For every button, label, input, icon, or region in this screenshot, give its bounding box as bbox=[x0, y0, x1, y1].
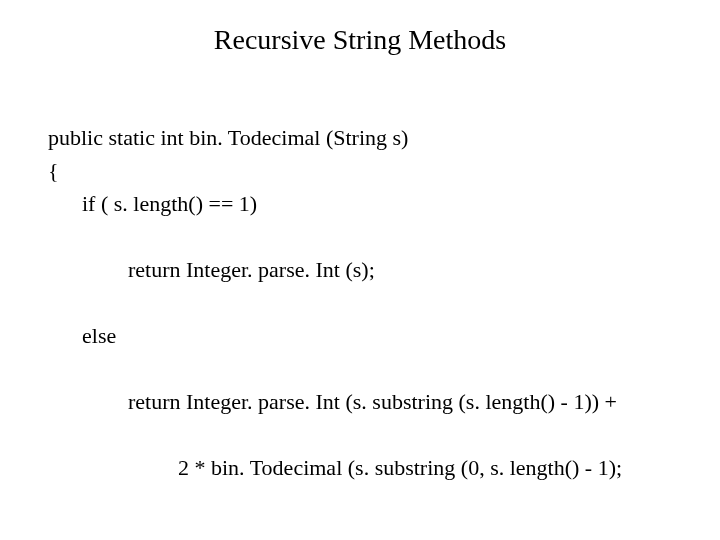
code-line-5: else bbox=[48, 319, 672, 352]
code-line-6: return Integer. parse. Int (s. substring… bbox=[48, 385, 672, 418]
code-line-3: if ( s. length() == 1) bbox=[48, 187, 672, 220]
code-line-7: 2 * bin. Todecimal (s. substring (0, s. … bbox=[48, 451, 672, 484]
code-line-1: public static int bin. Todecimal (String… bbox=[48, 125, 408, 150]
code-block: public static int bin. Todecimal (String… bbox=[48, 88, 672, 540]
code-line-4: return Integer. parse. Int (s); bbox=[48, 253, 672, 286]
slide-title: Recursive String Methods bbox=[0, 24, 720, 56]
code-line-2: { bbox=[48, 158, 59, 183]
slide: Recursive String Methods public static i… bbox=[0, 0, 720, 540]
